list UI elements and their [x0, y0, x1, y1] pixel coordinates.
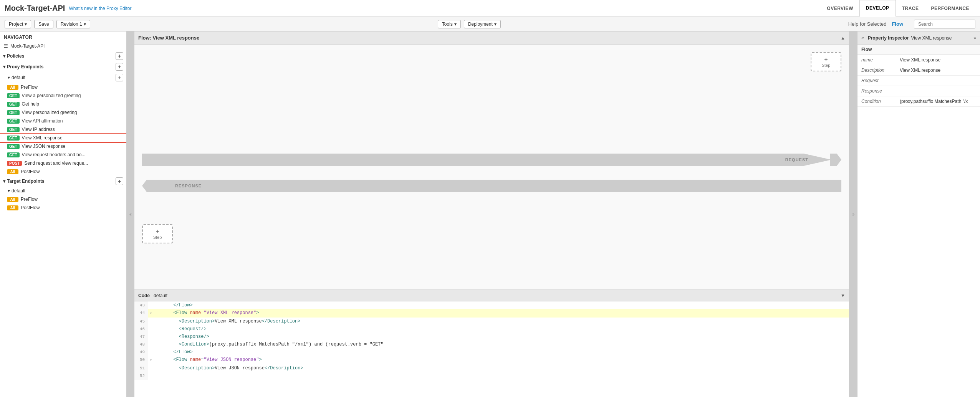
- collapse-property-button[interactable]: »: [849, 31, 857, 397]
- toggle-proxy-icon: ▾: [3, 64, 5, 69]
- badge-get-2: GET: [7, 102, 20, 107]
- flow-item-get-help[interactable]: GET Get help: [0, 100, 126, 108]
- default-proxy-section[interactable]: ▾ default +: [0, 72, 126, 83]
- chevron-down-icon-deploy: ▾: [494, 22, 497, 27]
- tab-performance[interactable]: PERFORMANCE: [925, 0, 975, 17]
- add-policy-button[interactable]: +: [116, 52, 123, 60]
- navigator-api-name[interactable]: ☰ Mock-Target-API: [0, 41, 126, 51]
- top-nav: OVERVIEW DEVELOP TRACE PERFORMANCE: [821, 0, 975, 17]
- expand-right-button[interactable]: »: [973, 35, 976, 41]
- navigator-header: Navigator: [0, 31, 126, 41]
- property-table: name View XML response Description View …: [858, 55, 980, 107]
- badge-get-3: GET: [7, 110, 20, 115]
- prop-row-request: Request: [858, 76, 980, 86]
- flow-diagram-area: + Step REQUEST RESPONSE: [134, 45, 849, 289]
- prop-val-response[interactable]: [896, 86, 980, 96]
- document-icon: ☰: [4, 43, 8, 49]
- tab-develop[interactable]: DEVELOP: [859, 0, 896, 17]
- badge-get-8: GET: [7, 152, 20, 157]
- tab-trace[interactable]: TRACE: [896, 0, 925, 17]
- proxy-endpoints-section[interactable]: ▾ Proxy Endpoints +: [0, 61, 126, 72]
- flow-item-postflow[interactable]: All PostFlow: [0, 167, 126, 176]
- flow-panel-header: Flow: View XML response ▲: [134, 31, 849, 45]
- flow-item-greeting[interactable]: GET View personalized greeting: [0, 108, 126, 117]
- flow-item-target-preflow[interactable]: All PreFlow: [0, 195, 126, 203]
- badge-all: All: [7, 85, 18, 90]
- chevron-down-icon: ▾: [25, 22, 27, 27]
- badge-get-4: GET: [7, 119, 20, 124]
- add-default-button[interactable]: +: [116, 74, 123, 81]
- deployment-button[interactable]: Deployment ▾: [464, 20, 501, 28]
- code-line-51: 51 <Description>View JSON response</Desc…: [134, 364, 849, 372]
- collapse-navigator-button[interactable]: «: [127, 31, 134, 397]
- add-proxy-button[interactable]: +: [116, 63, 123, 71]
- response-row: RESPONSE: [142, 180, 841, 192]
- default-target-section[interactable]: ▾ default: [0, 187, 126, 195]
- prop-val-name[interactable]: View XML response: [896, 55, 980, 65]
- flow-item-ip[interactable]: GET View IP address: [0, 125, 126, 134]
- prop-key-name: name: [858, 55, 896, 65]
- center-panel: Flow: View XML response ▲ + Step REQUEST: [134, 31, 849, 397]
- code-line-47: 47 <Response/>: [134, 333, 849, 341]
- code-panel-header: Code default ▼: [134, 290, 849, 301]
- expand-left-button[interactable]: «: [861, 35, 864, 41]
- search-input[interactable]: [914, 20, 975, 29]
- property-inspector-content: Flow name View XML response Description …: [858, 45, 980, 107]
- plus-icon-top: +: [824, 56, 828, 63]
- add-target-button[interactable]: +: [116, 177, 123, 185]
- expand-flow-button[interactable]: ▲: [841, 35, 845, 41]
- prop-section-flow: Flow: [858, 45, 980, 55]
- top-bar: Mock-Target-API What's new in the Proxy …: [0, 0, 980, 17]
- flow-item-xml[interactable]: GET View XML response: [0, 134, 126, 142]
- prop-key-description: Description: [858, 65, 896, 76]
- prop-key-request: Request: [858, 76, 896, 86]
- prop-row-response: Response: [858, 86, 980, 96]
- flow-item-preflow[interactable]: All PreFlow: [0, 83, 126, 91]
- project-button[interactable]: Project ▾: [5, 20, 31, 28]
- code-line-48: 48 <Condition>(proxy.pathsuffix MatchesP…: [134, 341, 849, 348]
- flow-panel-title: Flow: View XML response: [138, 35, 199, 41]
- app-subtitle-link[interactable]: What's new in the Proxy Editor: [69, 6, 131, 11]
- prop-key-condition: Condition: [858, 96, 896, 107]
- chevron-down-icon-tools: ▾: [454, 22, 457, 27]
- code-line-50: 50 ▾ <Flow name="View JSON response">: [134, 356, 849, 364]
- property-inspector-subtitle: View XML response: [911, 35, 952, 41]
- badge-get: GET: [7, 93, 20, 98]
- code-editor[interactable]: 43 </Flow> 44 ▾ <Flow name="View XML res…: [134, 301, 849, 397]
- flow-item-headers[interactable]: GET View request headers and bo...: [0, 151, 126, 159]
- prop-key-response: Response: [858, 86, 896, 96]
- flow-item-affirmation[interactable]: GET View API affirmation: [0, 117, 126, 125]
- target-endpoints-section[interactable]: ▾ Target Endpoints +: [0, 176, 126, 187]
- property-inspector-title: Property Inspector: [868, 35, 909, 41]
- badge-all-2: All: [7, 169, 18, 174]
- flow-item-greeting-a[interactable]: GET View a personalized greeting: [0, 91, 126, 100]
- prop-val-condition[interactable]: (proxy.pathsuffix MatchesPath "/x: [896, 96, 980, 107]
- flow-item-target-postflow[interactable]: All PostFlow: [0, 203, 126, 212]
- prop-row-name: name View XML response: [858, 55, 980, 65]
- flow-item-json[interactable]: GET View JSON response: [0, 142, 126, 151]
- toggle-default-target-icon: ▾: [8, 188, 10, 194]
- prop-val-description[interactable]: View XML response: [896, 65, 980, 76]
- add-step-bottom[interactable]: + Step: [142, 224, 173, 243]
- badge-post: POST: [7, 161, 22, 166]
- help-flow-link[interactable]: Flow: [892, 21, 903, 27]
- code-label: Code: [138, 293, 150, 298]
- tools-button[interactable]: Tools ▾: [438, 20, 461, 28]
- prop-val-request[interactable]: [896, 76, 980, 86]
- revision-button[interactable]: Revision 1 ▾: [56, 20, 90, 28]
- main-layout: Navigator ☰ Mock-Target-API ▾ Policies +…: [0, 31, 980, 397]
- navigator-panel: Navigator ☰ Mock-Target-API ▾ Policies +…: [0, 31, 127, 397]
- help-label: Help for Selected: [848, 21, 887, 27]
- badge-get-6: GET: [7, 136, 20, 141]
- policies-section[interactable]: ▾ Policies +: [0, 51, 126, 61]
- badge-all-4: All: [7, 205, 18, 210]
- add-step-top[interactable]: + Step: [811, 52, 841, 71]
- save-button[interactable]: Save: [34, 20, 53, 28]
- collapse-code-button[interactable]: ▼: [841, 293, 845, 298]
- tab-overview[interactable]: OVERVIEW: [821, 0, 859, 17]
- flow-item-post[interactable]: POST Send request and view reque...: [0, 159, 126, 167]
- property-inspector-panel: « Property Inspector View XML response »…: [857, 31, 980, 397]
- code-line-49: 49 </Flow>: [134, 348, 849, 356]
- badge-get-5: GET: [7, 127, 20, 132]
- request-row: REQUEST: [142, 154, 841, 166]
